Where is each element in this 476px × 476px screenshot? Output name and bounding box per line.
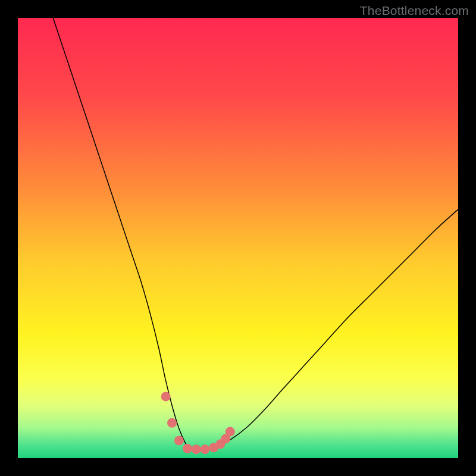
highlight-dot <box>161 392 171 401</box>
highlight-dot <box>167 418 177 428</box>
highlight-dot <box>174 436 184 445</box>
highlight-dot <box>192 444 201 454</box>
watermark-label: TheBottleneck.com <box>360 4 469 18</box>
chart-frame: TheBottleneck.com <box>0 0 476 476</box>
plot-area <box>18 18 458 458</box>
highlight-dot <box>201 444 210 454</box>
highlight-dot <box>183 444 192 453</box>
highlight-dot <box>226 427 235 437</box>
gradient-background <box>18 18 458 458</box>
bottleneck-chart <box>18 18 458 458</box>
